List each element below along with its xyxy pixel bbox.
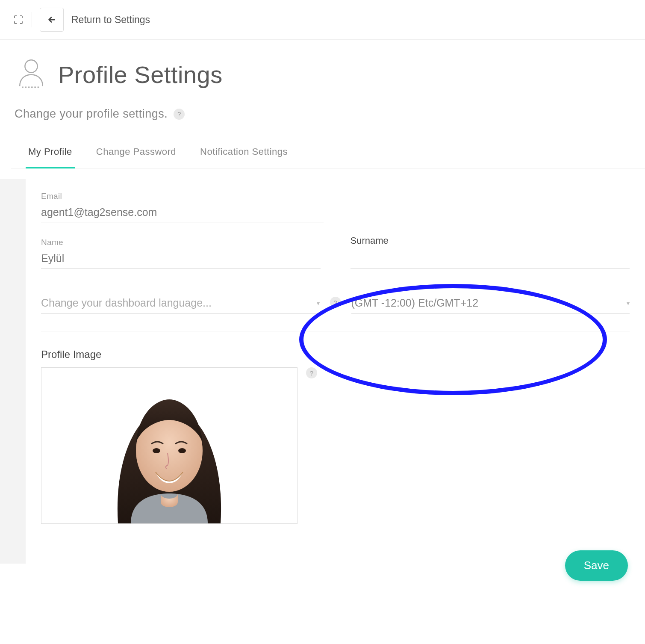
svg-point-0	[25, 60, 37, 72]
page-subheader: Change your profile settings. ?	[0, 95, 645, 121]
page-header: Profile Settings	[0, 40, 645, 95]
name-input[interactable]	[41, 249, 321, 269]
avatar-image	[92, 369, 246, 523]
separator	[32, 12, 32, 27]
profile-panel: Email Name Surname Change your dashboard…	[26, 179, 645, 564]
timezone-field-group: (GMT -12:00) Etc/GMT+12 ▾	[351, 292, 630, 314]
page-title: Profile Settings	[58, 61, 223, 89]
help-icon[interactable]: ?	[174, 109, 185, 120]
tab-change-password[interactable]: Change Password	[94, 146, 179, 168]
topbar: Return to Settings	[0, 0, 645, 40]
subheader-text: Change your profile settings.	[15, 107, 168, 121]
name-field-group: Name	[41, 238, 321, 269]
language-select-value: Change your dashboard language...	[41, 297, 212, 309]
profile-image-label: Profile Image	[41, 349, 630, 360]
timezone-select-value: (GMT -12:00) Etc/GMT+12	[351, 297, 479, 309]
email-field-group: Email	[41, 192, 324, 222]
help-icon[interactable]: ?	[306, 367, 317, 378]
email-input[interactable]	[41, 203, 324, 222]
chevron-down-icon: ▾	[627, 300, 630, 307]
content-area: Email Name Surname Change your dashboard…	[0, 179, 645, 564]
surname-field-group: Surname	[350, 235, 630, 269]
fullscreen-icon[interactable]	[13, 14, 24, 25]
name-label: Name	[41, 238, 321, 247]
tab-notification-settings[interactable]: Notification Settings	[197, 146, 290, 168]
back-button[interactable]	[40, 8, 64, 32]
svg-point-4	[178, 448, 186, 453]
help-icon[interactable]: ?	[330, 297, 341, 308]
tab-my-profile[interactable]: My Profile	[26, 146, 75, 168]
save-button[interactable]: Save	[565, 550, 628, 581]
email-label: Email	[41, 192, 324, 201]
timezone-select[interactable]: (GMT -12:00) Etc/GMT+12 ▾	[351, 292, 630, 314]
return-link[interactable]: Return to Settings	[71, 14, 150, 26]
svg-point-3	[153, 448, 160, 453]
panel-footer: Save	[565, 550, 628, 581]
profile-image-upload[interactable]	[41, 367, 297, 524]
profile-icon	[15, 57, 48, 92]
surname-label: Surname	[350, 235, 630, 246]
language-select[interactable]: Change your dashboard language... ▾	[41, 292, 320, 314]
chevron-down-icon: ▾	[317, 300, 320, 307]
tabs: My Profile Change Password Notification …	[11, 121, 645, 168]
surname-input[interactable]	[350, 249, 630, 269]
divider	[41, 331, 630, 331]
language-field-group: Change your dashboard language... ▾	[41, 292, 320, 314]
